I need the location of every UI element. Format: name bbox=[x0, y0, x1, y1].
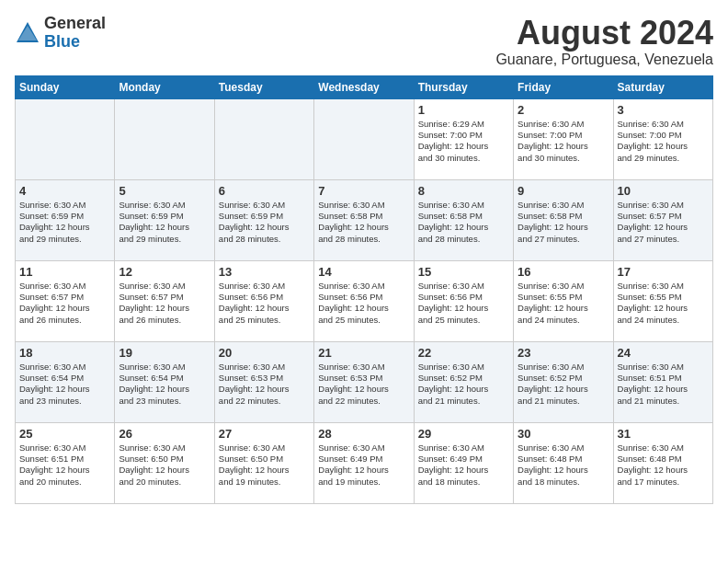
day-number: 5 bbox=[119, 184, 210, 198]
calendar-week-5: 25Sunrise: 6:30 AM Sunset: 6:51 PM Dayli… bbox=[16, 422, 713, 503]
calendar-cell: 27Sunrise: 6:30 AM Sunset: 6:50 PM Dayli… bbox=[214, 422, 313, 503]
calendar-cell: 7Sunrise: 6:30 AM Sunset: 6:58 PM Daylig… bbox=[314, 179, 414, 260]
day-info: Sunrise: 6:30 AM Sunset: 6:49 PM Dayligh… bbox=[418, 442, 509, 488]
calendar-cell: 28Sunrise: 6:30 AM Sunset: 6:49 PM Dayli… bbox=[314, 422, 414, 503]
calendar-week-4: 18Sunrise: 6:30 AM Sunset: 6:54 PM Dayli… bbox=[16, 341, 713, 422]
calendar-week-3: 11Sunrise: 6:30 AM Sunset: 6:57 PM Dayli… bbox=[16, 260, 713, 341]
day-number: 16 bbox=[518, 265, 609, 279]
col-header-friday: Friday bbox=[514, 75, 613, 98]
day-info: Sunrise: 6:30 AM Sunset: 6:53 PM Dayligh… bbox=[318, 362, 409, 407]
day-info: Sunrise: 6:30 AM Sunset: 6:56 PM Dayligh… bbox=[219, 281, 310, 326]
day-number: 26 bbox=[119, 427, 210, 441]
day-number: 31 bbox=[618, 427, 709, 441]
col-header-saturday: Saturday bbox=[613, 75, 712, 98]
calendar-cell: 4Sunrise: 6:30 AM Sunset: 6:59 PM Daylig… bbox=[16, 179, 115, 260]
calendar-cell: 19Sunrise: 6:30 AM Sunset: 6:54 PM Dayli… bbox=[115, 341, 214, 422]
day-info: Sunrise: 6:30 AM Sunset: 6:58 PM Dayligh… bbox=[518, 200, 609, 245]
day-header-row: SundayMondayTuesdayWednesdayThursdayFrid… bbox=[16, 75, 713, 98]
calendar-cell: 17Sunrise: 6:30 AM Sunset: 6:55 PM Dayli… bbox=[613, 260, 712, 341]
day-info: Sunrise: 6:30 AM Sunset: 6:48 PM Dayligh… bbox=[618, 442, 709, 488]
day-number: 20 bbox=[219, 346, 310, 360]
day-number: 28 bbox=[318, 427, 409, 441]
calendar-cell: 11Sunrise: 6:30 AM Sunset: 6:57 PM Dayli… bbox=[16, 260, 115, 341]
day-number: 6 bbox=[219, 184, 310, 198]
day-number: 1 bbox=[418, 103, 509, 117]
day-number: 15 bbox=[418, 265, 509, 279]
calendar-week-2: 4Sunrise: 6:30 AM Sunset: 6:59 PM Daylig… bbox=[16, 179, 713, 260]
calendar-cell: 26Sunrise: 6:30 AM Sunset: 6:50 PM Dayli… bbox=[115, 422, 214, 503]
svg-marker-1 bbox=[18, 26, 37, 40]
day-info: Sunrise: 6:30 AM Sunset: 6:49 PM Dayligh… bbox=[318, 442, 409, 488]
day-number: 2 bbox=[518, 103, 609, 117]
col-header-wednesday: Wednesday bbox=[314, 75, 414, 98]
calendar-week-1: 1Sunrise: 6:29 AM Sunset: 7:00 PM Daylig… bbox=[16, 98, 713, 179]
day-info: Sunrise: 6:30 AM Sunset: 6:51 PM Dayligh… bbox=[618, 362, 709, 407]
day-number: 25 bbox=[19, 427, 110, 441]
day-number: 23 bbox=[518, 346, 609, 360]
col-header-monday: Monday bbox=[115, 75, 214, 98]
calendar-cell bbox=[115, 98, 214, 179]
day-info: Sunrise: 6:30 AM Sunset: 6:56 PM Dayligh… bbox=[418, 281, 509, 326]
calendar-cell: 5Sunrise: 6:30 AM Sunset: 6:59 PM Daylig… bbox=[115, 179, 214, 260]
day-number: 13 bbox=[219, 265, 310, 279]
calendar-cell: 15Sunrise: 6:30 AM Sunset: 6:56 PM Dayli… bbox=[414, 260, 513, 341]
day-number: 27 bbox=[219, 427, 310, 441]
day-info: Sunrise: 6:30 AM Sunset: 6:52 PM Dayligh… bbox=[518, 362, 609, 407]
day-info: Sunrise: 6:30 AM Sunset: 6:57 PM Dayligh… bbox=[19, 281, 110, 326]
col-header-sunday: Sunday bbox=[16, 75, 115, 98]
calendar-cell: 23Sunrise: 6:30 AM Sunset: 6:52 PM Dayli… bbox=[514, 341, 613, 422]
calendar-cell: 2Sunrise: 6:30 AM Sunset: 7:00 PM Daylig… bbox=[514, 98, 613, 179]
calendar-cell: 24Sunrise: 6:30 AM Sunset: 6:51 PM Dayli… bbox=[613, 341, 712, 422]
day-info: Sunrise: 6:30 AM Sunset: 6:58 PM Dayligh… bbox=[418, 200, 509, 245]
calendar-cell: 30Sunrise: 6:30 AM Sunset: 6:48 PM Dayli… bbox=[514, 422, 613, 503]
day-info: Sunrise: 6:30 AM Sunset: 6:55 PM Dayligh… bbox=[618, 281, 709, 326]
day-number: 11 bbox=[19, 265, 110, 279]
day-info: Sunrise: 6:30 AM Sunset: 6:54 PM Dayligh… bbox=[119, 362, 210, 407]
day-number: 10 bbox=[618, 184, 709, 198]
day-info: Sunrise: 6:30 AM Sunset: 6:59 PM Dayligh… bbox=[19, 200, 110, 245]
day-number: 4 bbox=[19, 184, 110, 198]
day-info: Sunrise: 6:30 AM Sunset: 6:53 PM Dayligh… bbox=[219, 362, 310, 407]
day-number: 8 bbox=[418, 184, 509, 198]
day-info: Sunrise: 6:30 AM Sunset: 6:58 PM Dayligh… bbox=[318, 200, 409, 245]
day-number: 22 bbox=[418, 346, 509, 360]
day-info: Sunrise: 6:30 AM Sunset: 6:50 PM Dayligh… bbox=[219, 442, 310, 488]
calendar-cell: 16Sunrise: 6:30 AM Sunset: 6:55 PM Dayli… bbox=[514, 260, 613, 341]
calendar-cell: 25Sunrise: 6:30 AM Sunset: 6:51 PM Dayli… bbox=[16, 422, 115, 503]
logo: General Blue bbox=[15, 15, 106, 52]
day-info: Sunrise: 6:30 AM Sunset: 6:55 PM Dayligh… bbox=[518, 281, 609, 326]
day-number: 29 bbox=[418, 427, 509, 441]
day-number: 30 bbox=[518, 427, 609, 441]
calendar-cell: 20Sunrise: 6:30 AM Sunset: 6:53 PM Dayli… bbox=[214, 341, 313, 422]
calendar-cell: 13Sunrise: 6:30 AM Sunset: 6:56 PM Dayli… bbox=[214, 260, 313, 341]
day-number: 7 bbox=[318, 184, 409, 198]
calendar-table: SundayMondayTuesdayWednesdayThursdayFrid… bbox=[15, 75, 713, 504]
calendar-cell: 21Sunrise: 6:30 AM Sunset: 6:53 PM Dayli… bbox=[314, 341, 414, 422]
col-header-thursday: Thursday bbox=[414, 75, 513, 98]
calendar-cell: 3Sunrise: 6:30 AM Sunset: 7:00 PM Daylig… bbox=[613, 98, 712, 179]
logo-general-text: General bbox=[44, 14, 106, 32]
calendar-subtitle: Guanare, Portuguesa, Venezuela bbox=[495, 52, 713, 68]
calendar-cell bbox=[214, 98, 313, 179]
calendar-cell: 18Sunrise: 6:30 AM Sunset: 6:54 PM Dayli… bbox=[16, 341, 115, 422]
day-info: Sunrise: 6:30 AM Sunset: 6:57 PM Dayligh… bbox=[119, 281, 210, 326]
day-number: 19 bbox=[119, 346, 210, 360]
day-number: 18 bbox=[19, 346, 110, 360]
day-number: 9 bbox=[518, 184, 609, 198]
day-info: Sunrise: 6:30 AM Sunset: 6:56 PM Dayligh… bbox=[318, 281, 409, 326]
day-info: Sunrise: 6:30 AM Sunset: 7:00 PM Dayligh… bbox=[518, 119, 609, 164]
calendar-title: August 2024 bbox=[495, 15, 713, 52]
day-number: 24 bbox=[618, 346, 709, 360]
day-number: 17 bbox=[618, 265, 709, 279]
day-info: Sunrise: 6:30 AM Sunset: 6:59 PM Dayligh… bbox=[219, 200, 310, 245]
day-info: Sunrise: 6:30 AM Sunset: 6:54 PM Dayligh… bbox=[19, 362, 110, 407]
day-info: Sunrise: 6:30 AM Sunset: 6:59 PM Dayligh… bbox=[119, 200, 210, 245]
day-info: Sunrise: 6:30 AM Sunset: 6:51 PM Dayligh… bbox=[19, 442, 110, 488]
calendar-cell: 12Sunrise: 6:30 AM Sunset: 6:57 PM Dayli… bbox=[115, 260, 214, 341]
calendar-cell: 31Sunrise: 6:30 AM Sunset: 6:48 PM Dayli… bbox=[613, 422, 712, 503]
calendar-cell: 9Sunrise: 6:30 AM Sunset: 6:58 PM Daylig… bbox=[514, 179, 613, 260]
logo-blue-text: Blue bbox=[44, 32, 80, 51]
day-info: Sunrise: 6:30 AM Sunset: 6:50 PM Dayligh… bbox=[119, 442, 210, 488]
day-number: 21 bbox=[318, 346, 409, 360]
calendar-cell bbox=[314, 98, 414, 179]
